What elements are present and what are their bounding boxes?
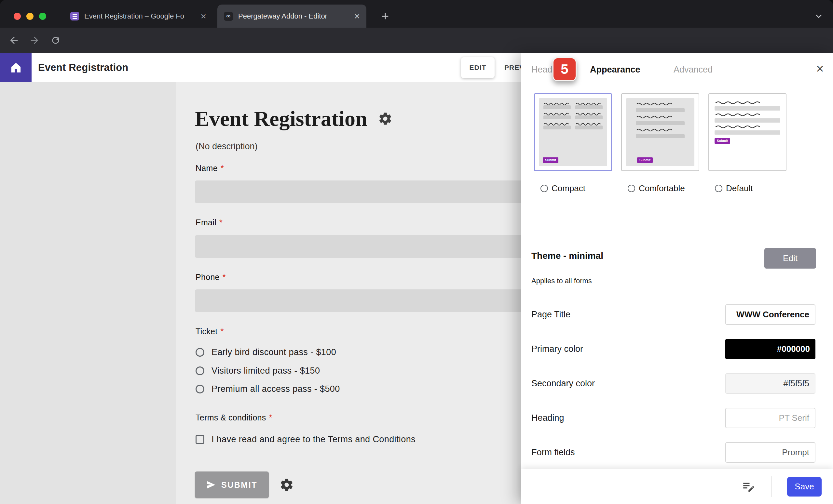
panel-tab-head[interactable]: Head [531, 65, 552, 75]
ticket-option-label: Premium all access pass - $500 [212, 384, 340, 394]
home-icon [9, 61, 22, 74]
heading-font-input[interactable]: PT Serif [725, 408, 815, 428]
forward-arrow-icon [29, 35, 40, 46]
primary-color-swatch[interactable]: #000000 [725, 339, 815, 359]
form-description: (No description) [195, 142, 258, 152]
tab-strip: Event Registration – Google Fo × ∞ Peerg… [0, 0, 833, 28]
panel-close-button[interactable]: × [813, 61, 827, 76]
theme-title: Theme - minimal [531, 251, 603, 261]
thumbnail-submit-chip: Submit [715, 138, 730, 144]
ticket-option-label: Visitors limited pass - $150 [212, 366, 320, 376]
field-label-ticket: Ticket* [195, 327, 224, 336]
macos-window-controls [14, 13, 46, 20]
radio-icon[interactable] [541, 185, 548, 192]
terms-option-row[interactable]: I have read and agree to the Terms and C… [195, 432, 415, 447]
setting-label-heading: Heading [531, 408, 564, 428]
new-tab-button[interactable] [377, 8, 393, 24]
field-label-terms: Terms & conditions* [195, 413, 272, 422]
secondary-color-swatch[interactable]: #f5f5f5 [725, 373, 815, 394]
required-asterisk: * [269, 413, 272, 422]
field-label-email: Email* [195, 218, 222, 227]
setting-label-primary-color: Primary color [531, 339, 583, 359]
minimize-window-button[interactable] [26, 13, 33, 20]
theme-edit-button[interactable]: Edit [764, 248, 816, 269]
back-button[interactable] [7, 33, 21, 48]
density-option-comfortable: Submit Comfortable [621, 93, 699, 194]
tab-close-icon[interactable]: × [354, 11, 360, 21]
form-title: Event Registration [195, 104, 367, 134]
browser-tab-peergateway-editor[interactable]: ∞ Peergateway Addon - Editor × [217, 4, 366, 28]
required-asterisk: * [221, 327, 224, 336]
ticket-option-row[interactable]: Premium all access pass - $500 [195, 381, 340, 396]
field-label-name: Name* [195, 163, 224, 173]
setting-label-page-title: Page Title [531, 304, 570, 325]
ticket-option-row[interactable]: Visitors limited pass - $150 [195, 363, 320, 378]
panel-footer: Save [521, 469, 833, 504]
thumbnail-sketch: Submit [713, 98, 782, 166]
plus-icon [380, 11, 390, 22]
radio-icon[interactable] [195, 367, 204, 375]
radio-icon[interactable] [195, 385, 204, 394]
fullscreen-window-button[interactable] [39, 13, 46, 20]
density-radio-compact[interactable]: Compact [534, 183, 612, 194]
close-icon: × [816, 61, 824, 76]
density-option-compact: Submit Compact [534, 93, 612, 194]
submit-settings-gear-icon[interactable] [279, 477, 294, 492]
ticket-option-label: Early bird discount pass - $100 [212, 347, 336, 357]
radio-icon[interactable] [715, 185, 722, 192]
density-radio-comfortable[interactable]: Comfortable [621, 183, 699, 194]
ticket-option-row[interactable]: Early bird discount pass - $100 [195, 345, 336, 360]
theme-subtitle: Applies to all forms [531, 277, 592, 285]
reload-button[interactable] [48, 33, 63, 48]
setting-label-form-fields: Form fields [531, 442, 575, 463]
close-window-button[interactable] [14, 13, 21, 20]
thumbnail-submit-chip: Submit [637, 157, 653, 163]
title-settings-gear-icon[interactable] [378, 111, 393, 126]
required-asterisk: * [221, 163, 224, 173]
tab-close-icon[interactable]: × [200, 11, 206, 21]
send-icon [206, 480, 216, 490]
browser-window: Event Registration – Google Fo × ∞ Peerg… [0, 0, 833, 504]
thumbnail-sketch: Submit [626, 98, 694, 166]
thumbnail-submit-chip: Submit [543, 157, 558, 163]
required-asterisk: * [219, 218, 222, 227]
tab-title: Event Registration – Google Fo [84, 12, 197, 21]
google-forms-icon [70, 12, 79, 21]
density-thumbnail-default[interactable]: Submit [708, 93, 786, 171]
form-name-title: Event Registration [38, 53, 128, 82]
addon-settings-panel: Head 5 Appearance Advanced × Submit [521, 53, 833, 504]
tab-search-button[interactable] [812, 10, 825, 23]
edit-tab-button[interactable]: EDIT [461, 57, 495, 78]
required-asterisk: * [222, 273, 226, 282]
terms-option-label: I have read and agree to the Terms and C… [212, 434, 415, 445]
annotation-badge-5: 5 [552, 57, 577, 81]
panel-tab-advanced[interactable]: Advanced [673, 65, 713, 75]
forward-button[interactable] [27, 33, 42, 48]
radio-icon[interactable] [628, 185, 635, 192]
peergateway-logo-icon: ∞ [224, 12, 233, 21]
submit-button[interactable]: SUBMIT [195, 472, 269, 498]
page-title-input[interactable]: WWW Conference [725, 304, 815, 325]
panel-tab-appearance[interactable]: Appearance [590, 65, 640, 75]
back-arrow-icon [8, 35, 20, 46]
density-option-default: Submit Default [708, 93, 786, 194]
checkbox-icon[interactable] [195, 435, 204, 444]
density-radio-default[interactable]: Default [708, 183, 786, 194]
tab-title: Peergateway Addon - Editor [238, 12, 351, 21]
form-fields-font-input[interactable]: Prompt [725, 442, 815, 463]
browser-tab-google-form[interactable]: Event Registration – Google Fo × [64, 4, 213, 28]
thumbnail-sketch: Submit [539, 98, 607, 166]
setting-label-secondary-color: Secondary color [531, 373, 595, 394]
density-thumbnail-comfortable[interactable]: Submit [621, 93, 699, 171]
footer-divider [771, 476, 771, 497]
chevron-down-icon [814, 11, 824, 21]
density-thumbnail-compact[interactable]: Submit [534, 93, 612, 171]
radio-icon[interactable] [195, 348, 204, 357]
home-button[interactable] [0, 53, 31, 82]
browser-toolbar: peergateway.com/dashboard/11218787917812… [0, 28, 833, 53]
field-label-phone: Phone* [195, 273, 226, 282]
form-list-edit-icon[interactable] [742, 480, 755, 494]
submit-label: SUBMIT [221, 480, 257, 490]
reload-icon [50, 35, 61, 46]
save-button[interactable]: Save [787, 477, 822, 497]
